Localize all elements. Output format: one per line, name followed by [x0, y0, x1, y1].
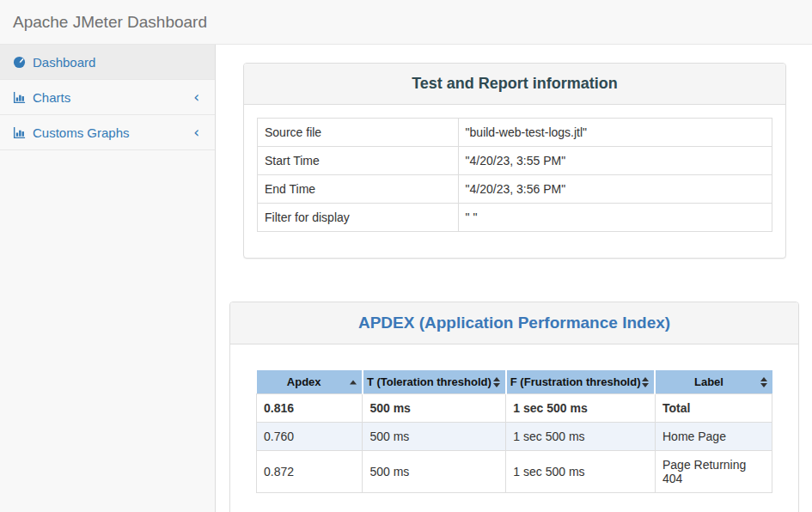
dashboard-gauge-icon [13, 56, 27, 69]
top-bar: Apache JMeter Dashboard [0, 0, 812, 45]
column-header-apdex[interactable]: Apdex [257, 370, 363, 394]
sidebar-item-label: Customs Graphs [33, 125, 193, 140]
info-value: " " [458, 204, 772, 232]
panel-header: APDEX (Application Performance Index) [230, 302, 798, 344]
toleration-value: 500 ms [363, 423, 506, 451]
table-row: End Time "4/20/23, 3:56 PM" [258, 175, 772, 204]
apdex-value: 0.872 [257, 451, 363, 493]
sort-ascending-icon [350, 380, 357, 384]
info-value: "4/20/23, 3:56 PM" [458, 175, 772, 204]
sort-icon [642, 377, 649, 387]
test-report-info-table: Source file "build-web-test-logs.jtl" St… [257, 118, 772, 232]
bar-chart-icon [13, 91, 27, 104]
info-value: "4/20/23, 3:55 PM" [458, 147, 772, 175]
panel-body: Source file "build-web-test-logs.jtl" St… [244, 105, 785, 258]
info-label: Start Time [258, 147, 459, 175]
sidebar: Dashboard Charts ‹ Customs Graphs ‹ [0, 45, 216, 512]
sidebar-item-dashboard[interactable]: Dashboard [0, 45, 215, 80]
table-row: Filter for display " " [258, 204, 772, 232]
frustration-value: 1 sec 500 ms [506, 394, 656, 423]
toleration-value: 500 ms [363, 451, 506, 493]
column-header-frustration[interactable]: F (Frustration threshold) [506, 370, 656, 394]
bar-chart-icon [13, 126, 27, 139]
table-row: 0.872 500 ms 1 sec 500 ms Page Returning… [257, 451, 772, 493]
apdex-value: 0.760 [257, 423, 363, 451]
label-value: Home Page [655, 423, 772, 451]
column-header-toleration[interactable]: T (Toleration threshold) [363, 370, 506, 394]
sort-icon [760, 377, 767, 387]
label-value: Total [655, 394, 772, 423]
column-header-label: T (Toleration threshold) [367, 375, 491, 388]
apdex-table: Apdex T (Toleration threshold) F (Frustr… [256, 370, 772, 493]
sort-icon [493, 377, 500, 387]
sidebar-item-label: Charts [33, 90, 193, 105]
panel-header: Test and Report information [244, 64, 785, 105]
panel-title: APDEX (Application Performance Index) [358, 314, 670, 332]
sidebar-item-charts[interactable]: Charts ‹ [0, 80, 215, 115]
apdex-panel: APDEX (Application Performance Index) Ap… [229, 302, 799, 512]
table-row: Start Time "4/20/23, 3:55 PM" [258, 147, 772, 175]
frustration-value: 1 sec 500 ms [506, 451, 656, 493]
apdex-value: 0.816 [257, 394, 363, 423]
table-row: Source file "build-web-test-logs.jtl" [258, 119, 772, 147]
label-value: Page Returning 404 [655, 451, 772, 493]
info-label: End Time [258, 175, 459, 204]
table-row-total: 0.816 500 ms 1 sec 500 ms Total [257, 394, 772, 423]
panel-body: Apdex T (Toleration threshold) F (Frustr… [230, 344, 798, 512]
chevron-left-icon[interactable]: ‹ [193, 125, 199, 140]
column-header-label: Label [694, 375, 723, 388]
table-row: 0.760 500 ms 1 sec 500 ms Home Page [257, 423, 772, 451]
frustration-value: 1 sec 500 ms [506, 423, 656, 451]
info-label: Source file [258, 119, 459, 147]
info-label: Filter for display [258, 204, 459, 232]
column-header-label: Apdex [287, 375, 321, 388]
app-title: Apache JMeter Dashboard [13, 13, 207, 32]
info-value: "build-web-test-logs.jtl" [458, 119, 772, 147]
chevron-left-icon[interactable]: ‹ [193, 90, 199, 105]
column-header-label-col[interactable]: Label [655, 370, 772, 394]
toleration-value: 500 ms [363, 394, 506, 423]
sidebar-item-label: Dashboard [33, 55, 202, 70]
table-header-row: Apdex T (Toleration threshold) F (Frustr… [257, 370, 772, 394]
column-header-label: F (Frustration threshold) [510, 375, 641, 388]
main-content: Test and Report information Source file … [216, 45, 812, 512]
sidebar-item-customs-graphs[interactable]: Customs Graphs ‹ [0, 115, 215, 150]
test-report-info-panel: Test and Report information Source file … [243, 63, 786, 259]
panel-title: Test and Report information [412, 75, 618, 92]
